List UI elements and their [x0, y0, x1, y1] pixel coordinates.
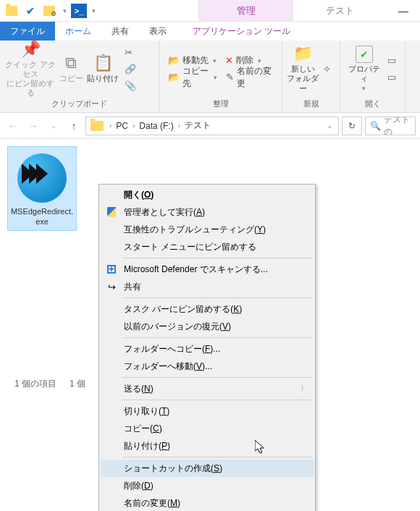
separator: [122, 337, 312, 338]
ctx-share[interactable]: ↪共有: [101, 278, 314, 295]
ctx-defender[interactable]: ✚Microsoft Defender でスキャンする...: [101, 261, 314, 278]
lbl: 新しい: [291, 64, 315, 73]
address-input[interactable]: › PC › Data (F:) › テスト ⌄: [85, 117, 339, 135]
ctx-cut[interactable]: 切り取り(T): [101, 402, 314, 420]
pastelink-button[interactable]: 📎: [120, 77, 140, 93]
cut-button[interactable]: ✂: [120, 44, 140, 60]
qat-dropdown2-icon[interactable]: ▾: [88, 3, 98, 19]
history-dropdown[interactable]: ⌄: [45, 117, 62, 135]
lbl: 名前の変更: [237, 65, 273, 90]
lbl: にピン留めする: [7, 79, 54, 97]
forward-button[interactable]: →: [25, 117, 42, 135]
newitem-icon: ✧: [323, 64, 331, 75]
ctx-restore[interactable]: 以前のバージョンの復元(V): [101, 318, 314, 335]
status-bar: 1 個の項目 1 個: [9, 375, 91, 392]
ctx-rename[interactable]: 名前の変更(M): [101, 494, 314, 511]
move-icon: 📂: [168, 55, 180, 66]
lbl: フォルダー: [287, 74, 319, 92]
ctx-movefolder[interactable]: フォルダーへ移動(V)...: [101, 358, 314, 375]
paste-button[interactable]: 📋 貼り付け: [85, 43, 120, 94]
menubar: ファイル ホーム 共有 表示 アプリケーション ツール: [0, 22, 420, 41]
pin-quickaccess-button[interactable]: 📌 クイック アクセスにピン留めする: [4, 43, 56, 94]
properties-button[interactable]: ✔ プロパティ ▾: [345, 43, 383, 94]
copyto-button[interactable]: 📂コピー先▾: [164, 69, 222, 85]
separator: [122, 400, 312, 400]
folder-icon: [91, 121, 104, 131]
chevron-right-icon: 〉: [301, 384, 308, 394]
titlebar: ✔ ▾ >_ ▾ 管理 テスト ―: [0, 0, 420, 22]
copy-button[interactable]: ⧉ コピー: [56, 43, 85, 94]
refresh-button[interactable]: ↻: [342, 117, 362, 135]
menu-home[interactable]: ホーム: [55, 22, 101, 41]
search-placeholder: テストの: [384, 117, 411, 135]
edit-small[interactable]: ▭: [383, 69, 400, 85]
context-menu: 開く(O) 管理者として実行(A) 互換性のトラブルシューティング(Y) スター…: [98, 184, 316, 511]
rename-button[interactable]: ✎名前の変更: [222, 69, 277, 85]
check-icon: ✔: [356, 46, 373, 63]
ctx-pintask[interactable]: タスク バーにピン留めする(K): [101, 300, 314, 318]
separator: [122, 297, 312, 298]
open-small[interactable]: ▭: [383, 53, 400, 69]
rename-icon: ✎: [226, 72, 234, 83]
shield-icon: [105, 206, 118, 219]
group-label: 開く: [340, 97, 405, 112]
up-button[interactable]: ↑: [65, 117, 83, 135]
lbl: 貼り付け: [87, 74, 119, 83]
ctx-shortcut[interactable]: ショートカットの作成(S): [101, 460, 314, 477]
qat-folder-icon[interactable]: [3, 3, 20, 19]
newitem-button[interactable]: ✧: [319, 61, 335, 77]
lbl: クイック アクセス: [5, 60, 55, 78]
share-icon: ↪: [105, 280, 118, 293]
selected-count: 1 個: [70, 378, 85, 390]
ctx-runas[interactable]: 管理者として実行(A): [101, 203, 314, 221]
qat-properties-icon[interactable]: ✔: [22, 3, 39, 19]
copypath-button[interactable]: 🔗: [120, 61, 140, 77]
crumb-folder[interactable]: テスト: [183, 119, 212, 132]
ctx-delete[interactable]: 削除(D): [101, 477, 314, 494]
lbl: プロパティ: [345, 64, 383, 83]
copy-icon: ⧉: [65, 54, 77, 72]
edit-icon: ▭: [387, 72, 396, 83]
address-dropdown-icon[interactable]: ⌄: [322, 122, 337, 130]
open-icon: ▭: [387, 55, 396, 66]
file-name: MSEdgeRedirect.exe: [11, 206, 73, 227]
menu-file[interactable]: ファイル: [0, 22, 55, 41]
newfolder-button[interactable]: 📁 新しいフォルダー: [287, 43, 319, 94]
path-icon: 🔗: [125, 64, 136, 75]
copyto-icon: 📂: [168, 72, 180, 83]
qat-options-icon[interactable]: [41, 3, 58, 19]
menu-view[interactable]: 表示: [139, 22, 177, 41]
ctx-sendto[interactable]: 送る(N)〉: [101, 380, 314, 397]
file-item-selected[interactable]: MSEdgeRedirect.exe: [7, 146, 77, 231]
group-label: クリップボード: [0, 97, 159, 112]
crumb-pc[interactable]: PC: [114, 121, 130, 131]
separator: [122, 258, 312, 258]
crumb-sep-icon: ›: [130, 122, 138, 130]
ctx-paste[interactable]: 貼り付け(P): [101, 437, 314, 455]
link-icon: 📎: [125, 80, 136, 91]
paste-icon: 📋: [93, 54, 113, 72]
back-button[interactable]: ←: [4, 117, 22, 135]
menu-apptools[interactable]: アプリケーション ツール: [182, 22, 301, 41]
file-icon: [13, 150, 71, 206]
pin-icon: 📌: [21, 40, 41, 59]
crumb-sep-icon: ›: [106, 122, 114, 130]
quick-access-toolbar: ✔ ▾ >_ ▾: [0, 0, 101, 21]
ctx-copy[interactable]: コピー(C): [101, 420, 314, 437]
powershell-icon[interactable]: >_: [71, 4, 87, 18]
crumb-drive[interactable]: Data (F:): [138, 121, 175, 131]
group-label: 新規: [282, 97, 340, 112]
minimize-button[interactable]: ―: [387, 0, 420, 21]
search-input[interactable]: 🔍 テストの: [365, 117, 416, 135]
menu-share[interactable]: 共有: [101, 22, 139, 41]
ctx-compat[interactable]: 互換性のトラブルシューティング(Y): [101, 221, 314, 238]
ctx-open[interactable]: 開く(O): [101, 186, 314, 203]
ctx-copyfolder[interactable]: フォルダーへコピー(F)...: [101, 340, 314, 358]
ctx-pinstart[interactable]: スタート メニューにピン留めする: [101, 238, 314, 255]
title-tabs: 管理 テスト: [198, 0, 387, 21]
group-organize: 📂移動先▾ ✕削除▾ 📂コピー先▾ ✎名前の変更 整理: [159, 41, 282, 112]
tab-manage[interactable]: 管理: [198, 0, 293, 21]
qat-dropdown-icon[interactable]: ▾: [59, 3, 70, 19]
separator: [122, 457, 312, 457]
separator: [122, 377, 312, 378]
